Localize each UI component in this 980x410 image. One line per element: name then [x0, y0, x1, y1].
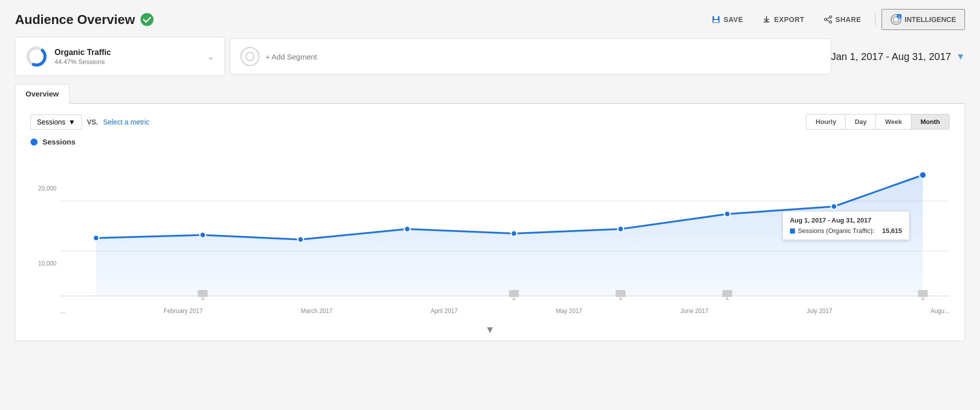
x-label-7: Augu... [930, 308, 950, 314]
svg-point-7 [830, 21, 832, 23]
y-label-20k: 20,000 [30, 185, 60, 192]
date-range-text: Jan 1, 2017 - Aug 31, 2017 [831, 51, 951, 62]
segment-pct: 44.47% Sessions [54, 58, 200, 66]
x-label-2: March 2017 [301, 308, 332, 314]
svg-rect-4 [764, 22, 770, 22]
svg-point-0 [140, 13, 154, 26]
header-left: Audience Overview [15, 12, 154, 28]
header-actions: SAVE EXPORT SHARE [704, 9, 965, 30]
x-label-0: ... [60, 308, 66, 314]
legend-row: Sessions [30, 138, 950, 146]
chart-plot: Aug 1, 2017 - Aug 31, 2017 Sessions (Org… [60, 151, 950, 301]
select-metric-link[interactable]: Select a metric [103, 118, 150, 126]
organic-donut-chart [26, 46, 48, 68]
svg-point-21 [93, 235, 99, 241]
tabs-row: Overview [15, 84, 965, 104]
share-icon [824, 15, 832, 24]
svg-point-29 [920, 172, 926, 178]
svg-point-23 [298, 236, 304, 242]
svg-line-8 [826, 18, 830, 19]
vs-label: VS. [87, 118, 98, 126]
svg-point-24 [404, 226, 410, 232]
add-segment-label: + Add Segment [266, 52, 317, 61]
y-label-10k: 10,000 [30, 260, 60, 267]
chart-controls: Sessions ▼ VS. Select a metric Hourly Da… [30, 114, 950, 130]
svg-rect-36 [722, 290, 732, 297]
svg-point-6 [824, 18, 826, 20]
svg-point-26 [618, 226, 624, 232]
svg-point-5 [830, 16, 832, 18]
add-segment-icon [246, 52, 254, 61]
x-label-4: May 2017 [556, 308, 582, 314]
svg-rect-34 [616, 290, 626, 297]
sessions-dropdown-button[interactable]: Sessions ▼ [30, 114, 82, 130]
svg-rect-3 [714, 20, 718, 22]
svg-point-22 [200, 232, 206, 238]
verified-icon [140, 12, 154, 26]
metric-select: Sessions ▼ VS. Select a metric [30, 114, 150, 130]
x-label-5: June 2017 [680, 308, 708, 314]
chart-area: 20,000 10,000 [30, 151, 950, 321]
sessions-legend-dot [30, 138, 38, 146]
chart-container: Sessions ▼ VS. Select a metric Hourly Da… [15, 104, 965, 341]
svg-marker-39 [921, 297, 925, 300]
scroll-down-icon[interactable]: ▼ [485, 324, 495, 336]
add-segment-circle [240, 47, 260, 66]
dropdown-arrow-icon: ▼ [68, 118, 76, 126]
svg-rect-30 [198, 290, 208, 297]
share-button[interactable]: SHARE [816, 11, 870, 28]
time-btn-hourly[interactable]: Hourly [806, 114, 846, 129]
time-btn-week[interactable]: Week [876, 114, 912, 129]
save-icon [712, 15, 720, 24]
y-axis-labels: 20,000 10,000 [30, 151, 60, 301]
svg-rect-32 [509, 290, 519, 297]
svg-text:2: 2 [898, 15, 900, 18]
intelligence-icon: 2 [890, 14, 902, 25]
x-label-3: April 2017 [430, 308, 458, 314]
date-range[interactable]: Jan 1, 2017 - Aug 31, 2017 ▼ [831, 51, 965, 62]
tab-overview[interactable]: Overview [15, 84, 70, 104]
x-axis-labels: ... February 2017 March 2017 April 2017 … [60, 301, 950, 321]
svg-marker-33 [512, 297, 516, 300]
svg-point-28 [831, 204, 837, 210]
chart-svg [60, 151, 950, 301]
svg-marker-37 [726, 297, 730, 300]
add-segment-card[interactable]: + Add Segment [230, 38, 831, 74]
header-divider [875, 12, 876, 26]
svg-line-9 [826, 20, 830, 22]
export-icon [762, 15, 771, 24]
svg-point-27 [724, 211, 730, 217]
sessions-legend-label: Sessions [42, 138, 76, 146]
organic-segment-card: Organic Traffic 44.47% Sessions ⌄ [15, 37, 225, 76]
svg-point-25 [511, 230, 517, 236]
segment-chevron-icon[interactable]: ⌄ [207, 51, 214, 62]
time-btn-month[interactable]: Month [912, 114, 949, 129]
x-label-1: February 2017 [164, 308, 202, 314]
segment-info: Organic Traffic 44.47% Sessions [54, 48, 200, 66]
intelligence-button[interactable]: 2 INTELLIGENCE [882, 9, 965, 30]
page-title: Audience Overview [15, 12, 135, 28]
svg-marker-35 [618, 297, 622, 300]
x-label-6: July 2017 [806, 308, 832, 314]
scroll-area: ▼ [30, 324, 950, 336]
segment-name: Organic Traffic [54, 48, 200, 57]
time-btn-day[interactable]: Day [846, 114, 876, 129]
export-button[interactable]: EXPORT [754, 11, 812, 28]
time-buttons: Hourly Day Week Month [806, 114, 950, 130]
svg-marker-31 [201, 297, 205, 300]
segments-date-row: Organic Traffic 44.47% Sessions ⌄ + Add … [15, 37, 965, 76]
save-button[interactable]: SAVE [704, 11, 751, 28]
page-header: Audience Overview SAVE EXPORT [0, 0, 980, 37]
svg-rect-38 [918, 290, 928, 297]
svg-rect-2 [714, 16, 718, 19]
date-range-chevron-icon[interactable]: ▼ [956, 52, 965, 62]
svg-point-16 [246, 52, 254, 60]
